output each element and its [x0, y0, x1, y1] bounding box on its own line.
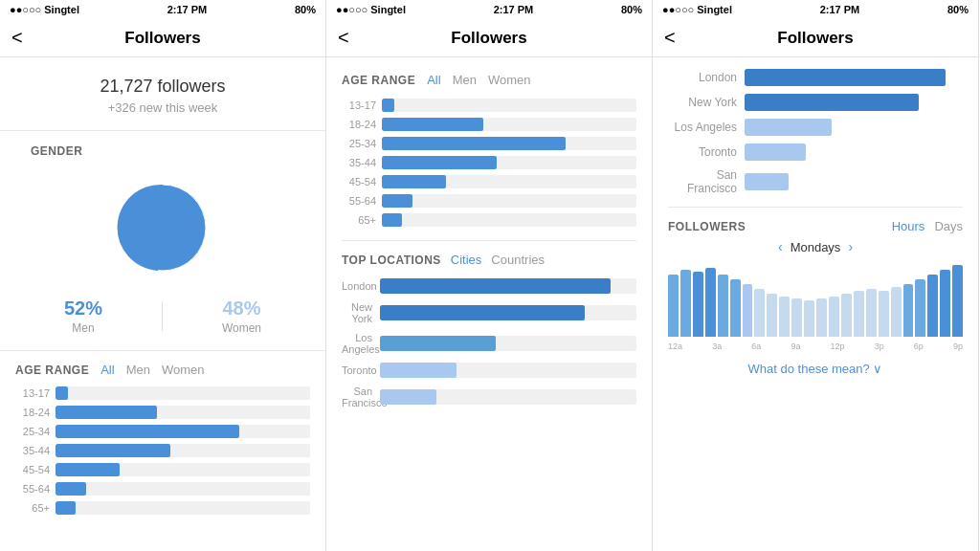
day-next[interactable]: ›	[848, 239, 853, 254]
location-bar-row: New York	[342, 301, 636, 324]
carrier-2: ●●○○○ Singtel	[336, 4, 406, 15]
bar-label: 55-64	[15, 483, 50, 495]
time-bar	[879, 291, 889, 337]
bar-label: 13-17	[15, 387, 50, 399]
location-bar-row: San Francisco	[342, 386, 636, 408]
status-bar-1: ●●○○○ Singtel 2:17 PM 80%	[0, 0, 325, 19]
day-prev[interactable]: ‹	[778, 239, 783, 254]
time-bar	[940, 270, 950, 337]
time-bar	[829, 297, 839, 337]
age-bar-row: 45-54	[15, 463, 310, 476]
status-bar-2: ●●○○○ Singtel 2:17 PM 80%	[326, 0, 652, 19]
city-name: New York	[668, 96, 737, 109]
bar-track	[382, 175, 636, 188]
what-link[interactable]: What do these mean? ∨	[668, 354, 963, 384]
city-bar-fill	[745, 69, 946, 86]
bar-label: 45-54	[15, 464, 50, 475]
panel-2-content: AGE RANGE All Men Women 13-17 18-24 25-3…	[326, 57, 652, 551]
time-bar	[841, 294, 852, 337]
location-bar-row: Toronto	[342, 363, 636, 378]
time-bar	[754, 289, 765, 337]
age-bar-row: 35-44	[15, 444, 310, 457]
women-label: Women	[222, 321, 261, 335]
bar-fill	[382, 99, 394, 112]
battery-3: 80%	[947, 4, 969, 15]
age-tab-all-1[interactable]: All	[100, 361, 114, 379]
bar-fill	[56, 386, 68, 400]
location-bar-track	[380, 389, 636, 405]
bar-track	[382, 213, 636, 227]
bar-label: 25-34	[15, 426, 50, 437]
city-bar-fill	[745, 143, 806, 161]
age-tab-men-1[interactable]: Men	[126, 361, 150, 379]
age-tab-women-2[interactable]: Women	[488, 71, 531, 89]
bar-label: 18-24	[342, 119, 376, 130]
time-bar	[804, 300, 814, 337]
time-bar	[816, 298, 827, 337]
age-bar-chart-2: 13-17 18-24 25-34 35-44 45-54 55-64 65+	[342, 99, 636, 227]
bar-fill	[56, 406, 157, 419]
bar-label: 55-64	[342, 195, 376, 207]
followers-graph-section: FOLLOWERS Hours Days ‹ Mondays › 12a3a6a…	[668, 208, 963, 395]
city-bar-row: San Francisco	[668, 168, 963, 195]
cities-tab[interactable]: Cities	[451, 253, 482, 267]
back-button-3[interactable]: <	[664, 27, 676, 49]
city-bar-track	[745, 94, 963, 111]
back-button-2[interactable]: <	[338, 27, 349, 49]
age-bar-row: 25-34	[15, 425, 310, 438]
age-bar-row: 18-24	[342, 118, 636, 131]
time-bar	[891, 287, 902, 337]
bar-label: 25-34	[342, 138, 376, 149]
location-bar-fill	[380, 305, 585, 320]
nav-title-2: Followers	[451, 29, 526, 48]
countries-tab[interactable]: Countries	[491, 253, 545, 267]
time-axis-label: 12p	[831, 342, 845, 351]
age-bar-row: 55-64	[15, 482, 310, 496]
nav-title-3: Followers	[777, 29, 853, 48]
time-bar	[791, 298, 802, 337]
battery-1: 80%	[295, 4, 316, 15]
time-bar	[866, 289, 877, 337]
time-axis-label: 9p	[953, 342, 963, 351]
age-tab-all-2[interactable]: All	[427, 71, 440, 89]
bar-fill	[382, 156, 497, 169]
time-axis: 12a3a6a9a12p3p6p9p	[668, 339, 963, 354]
top-locations-section: TOP LOCATIONS Cities Countries London Ne…	[342, 241, 636, 420]
age-tab-men-2[interactable]: Men	[453, 71, 477, 89]
time-bar	[743, 284, 753, 337]
city-bar-track	[745, 69, 963, 86]
bar-track	[56, 463, 310, 476]
age-tab-women-1[interactable]: Women	[162, 361, 205, 379]
age-range-label-1: AGE RANGE	[15, 364, 89, 377]
bar-track	[56, 386, 310, 400]
hours-tab[interactable]: Hours	[892, 219, 925, 233]
panel-3-content: London New York Los Angeles Toronto San …	[653, 57, 978, 551]
status-bar-3: ●●○○○ Singtel 2:17 PM 80%	[653, 0, 978, 19]
time-axis-label: 12a	[668, 342, 682, 351]
time-axis-label: 6a	[751, 342, 761, 351]
back-button-1[interactable]: <	[11, 27, 23, 49]
age-bar-row: 65+	[15, 501, 310, 515]
age-range-section-2: AGE RANGE All Men Women 13-17 18-24 25-3…	[342, 57, 636, 241]
city-bar-fill	[745, 119, 832, 136]
location-bar-fill	[380, 389, 436, 405]
city-bar-row: New York	[668, 94, 963, 111]
bar-track	[56, 406, 310, 419]
city-bar-fill	[745, 173, 789, 190]
bar-track	[382, 118, 636, 131]
bar-track	[382, 156, 636, 169]
time-bar	[705, 268, 716, 337]
days-tab[interactable]: Days	[934, 219, 963, 233]
age-bar-chart-1: 13-17 18-24 25-34 35-44 45-54 55-64 65+	[15, 386, 310, 515]
top-locations-label: TOP LOCATIONS	[342, 253, 441, 267]
day-label: Mondays	[791, 240, 841, 254]
location-bar-track	[380, 363, 636, 378]
locations-header: TOP LOCATIONS Cities Countries	[342, 253, 636, 267]
time-2: 2:17 PM	[494, 4, 534, 15]
panel-1: ●●○○○ Singtel 2:17 PM 80% < Followers 21…	[0, 0, 326, 551]
city-bar-fill	[745, 94, 919, 111]
time-bar	[854, 291, 864, 337]
gender-stats: 52% Men 48% Women	[15, 290, 310, 335]
gender-men: 52% Men	[64, 298, 102, 335]
time-axis-label: 9a	[791, 342, 800, 351]
